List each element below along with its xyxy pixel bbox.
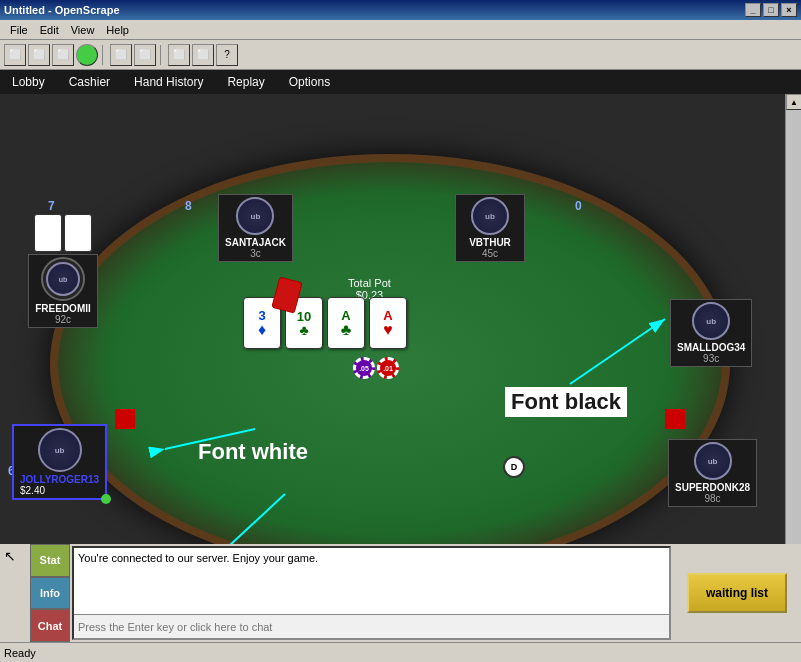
jollyroger13-chips: $2.40 — [20, 485, 99, 496]
status-text: Ready — [4, 647, 36, 659]
toolbar-sep-2 — [160, 45, 164, 65]
smalldog34-chips: 93c — [677, 353, 745, 364]
superdonk28-name: SUPERDONK28 — [675, 482, 750, 493]
stat-tab[interactable]: Stat — [30, 544, 70, 577]
nav-hand-history[interactable]: Hand History — [130, 73, 207, 91]
player-freedomii: ub FREEDOMII 92c — [28, 214, 98, 328]
menu-bar: File Edit View Help — [0, 20, 801, 40]
seat-7: 7 — [48, 199, 55, 213]
santajack-chips: 3c — [225, 248, 286, 259]
poker-table: Total Pot $0.23 3 ♦ 10 ♣ A ♣ — [50, 154, 730, 574]
minimize-button[interactable]: _ — [745, 3, 761, 17]
chip-1: .05 — [353, 357, 375, 379]
nav-cashier[interactable]: Cashier — [65, 73, 114, 91]
status-bar: Ready — [0, 642, 801, 662]
bottom-bar: ↖ Stat Info Chat You're connected to our… — [0, 544, 801, 642]
vbthur-name: VBTHUR — [462, 237, 518, 248]
freedomii-info: ub FREEDOMII 92c — [28, 254, 98, 328]
pot-chips: .05 .01 — [353, 357, 399, 379]
community-cards: 3 ♦ 10 ♣ A ♣ A ♥ — [243, 297, 407, 349]
menu-edit[interactable]: Edit — [34, 22, 65, 38]
seat-8: 8 — [185, 199, 192, 213]
seat-0: 0 — [575, 199, 582, 213]
vbthur-info: ub VBTHUR 45c — [455, 194, 525, 262]
cursor-icon: ↖ — [0, 544, 30, 642]
jollyroger13-info: ub JOLLYROGER13 $2.40 — [12, 424, 107, 500]
chip-2: .01 — [377, 357, 399, 379]
nav-options[interactable]: Options — [285, 73, 334, 91]
toolbar-btn-3[interactable]: ⬜ — [52, 44, 74, 66]
chat-message-1: You're connected to our server. Enjoy yo… — [78, 552, 318, 564]
toolbar: ⬜ ⬜ ⬜ ⬜ ⬜ ⬜ ⬜ ? — [0, 40, 801, 70]
green-dot-jollyroger — [101, 494, 111, 504]
toolbar-btn-7[interactable]: ⬜ — [192, 44, 214, 66]
bet-square-smalldog34 — [665, 409, 685, 429]
menu-help[interactable]: Help — [100, 22, 135, 38]
superdonk28-info: ub SUPERDONK28 98c — [668, 439, 757, 507]
dealer-button: D — [503, 456, 525, 478]
chat-area: You're connected to our server. Enjoy yo… — [72, 546, 671, 640]
player-jollyroger13: ub JOLLYROGER13 $2.40 — [12, 424, 107, 500]
menu-file[interactable]: File — [4, 22, 34, 38]
card-3: A ♣ — [327, 297, 365, 349]
santajack-name: SANTAJACK — [225, 237, 286, 248]
santajack-info: ub SANTAJACK 3c — [218, 194, 293, 262]
info-tab[interactable]: Info — [30, 577, 70, 610]
maximize-button[interactable]: □ — [763, 3, 779, 17]
toolbar-btn-help[interactable]: ? — [216, 44, 238, 66]
player-smalldog34: ub SMALLDOG34 93c — [670, 299, 752, 367]
waiting-list-button[interactable]: waiting list — [687, 573, 787, 613]
title-bar: Untitled - OpenScrape _ □ × — [0, 0, 801, 20]
smalldog34-info: ub SMALLDOG34 93c — [670, 299, 752, 367]
toolbar-btn-4[interactable]: ⬜ — [110, 44, 132, 66]
toolbar-sep-1 — [102, 45, 106, 65]
freedomii-chips: 92c — [35, 314, 91, 325]
toolbar-btn-6[interactable]: ⬜ — [168, 44, 190, 66]
title-text: Untitled - OpenScrape — [4, 4, 120, 16]
toolbar-btn-2[interactable]: ⬜ — [28, 44, 50, 66]
font-black-annotation: Font black — [505, 387, 627, 417]
chat-input[interactable] — [74, 615, 669, 638]
jollyroger13-name: JOLLYROGER13 — [20, 474, 99, 485]
player-superdonk28: ub SUPERDONK28 98c — [668, 439, 757, 507]
side-tabs: Stat Info Chat — [30, 544, 70, 642]
player-vbthur: ub VBTHUR 45c — [455, 194, 525, 262]
bet-square-jollyroger — [115, 409, 135, 429]
nav-lobby[interactable]: Lobby — [8, 73, 49, 91]
window-controls[interactable]: _ □ × — [745, 3, 797, 17]
font-white-annotation: Font white — [198, 439, 308, 465]
toolbar-btn-5[interactable]: ⬜ — [134, 44, 156, 66]
chat-messages: You're connected to our server. Enjoy yo… — [74, 548, 669, 614]
player-santajack: ub SANTAJACK 3c — [218, 194, 293, 264]
superdonk28-chips: 98c — [675, 493, 750, 504]
smalldog34-name: SMALLDOG34 — [677, 342, 745, 353]
card-4: A ♥ — [369, 297, 407, 349]
freedomii-name: FREEDOMII — [35, 303, 91, 314]
waiting-list-area: waiting list — [673, 544, 801, 642]
chat-tab[interactable]: Chat — [30, 609, 70, 642]
nav-bar: Lobby Cashier Hand History Replay Option… — [0, 70, 801, 94]
close-button[interactable]: × — [781, 3, 797, 17]
menu-view[interactable]: View — [65, 22, 101, 38]
chat-input-area[interactable] — [74, 614, 669, 638]
toolbar-btn-green[interactable] — [76, 44, 98, 66]
nav-replay[interactable]: Replay — [223, 73, 268, 91]
pot-label: Total Pot — [348, 277, 391, 289]
vbthur-chips: 45c — [462, 248, 518, 259]
toolbar-btn-1[interactable]: ⬜ — [4, 44, 26, 66]
